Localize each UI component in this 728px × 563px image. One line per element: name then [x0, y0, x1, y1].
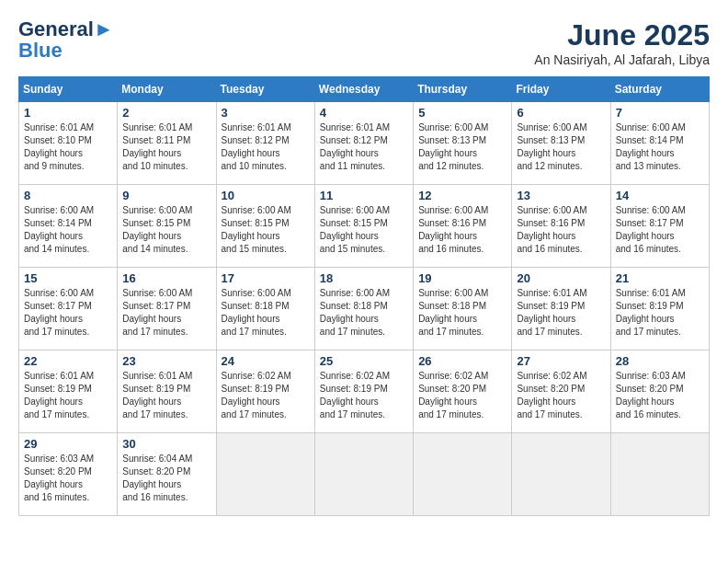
day-number: 5: [418, 106, 506, 120]
calendar-day-30: 30 Sunrise: 6:04 AM Sunset: 8:20 PM Dayl…: [118, 433, 216, 516]
day-info: Sunrise: 6:00 AM Sunset: 8:15 PM Dayligh…: [222, 204, 310, 256]
day-info: Sunrise: 6:00 AM Sunset: 8:17 PM Dayligh…: [24, 287, 112, 339]
calendar-week-row: 8 Sunrise: 6:00 AM Sunset: 8:14 PM Dayli…: [19, 185, 710, 268]
day-number: 8: [24, 189, 112, 202]
calendar-day-15: 15 Sunrise: 6:00 AM Sunset: 8:17 PM Dayl…: [19, 268, 118, 350]
day-info: Sunrise: 6:00 AM Sunset: 8:18 PM Dayligh…: [320, 287, 408, 339]
day-number: 28: [616, 354, 704, 368]
day-header-monday: Monday: [118, 77, 216, 102]
calendar-day-14: 14 Sunrise: 6:00 AM Sunset: 8:17 PM Dayl…: [610, 185, 709, 268]
day-info: Sunrise: 6:01 AM Sunset: 8:12 PM Dayligh…: [222, 121, 310, 173]
day-number: 10: [222, 189, 310, 202]
calendar-day-28: 28 Sunrise: 6:03 AM Sunset: 8:20 PM Dayl…: [610, 350, 709, 433]
day-header-thursday: Thursday: [414, 77, 512, 102]
calendar-empty: [512, 433, 610, 516]
calendar-day-23: 23 Sunrise: 6:01 AM Sunset: 8:19 PM Dayl…: [118, 350, 216, 433]
day-info: Sunrise: 6:00 AM Sunset: 8:16 PM Dayligh…: [418, 204, 506, 256]
day-number: 1: [24, 106, 112, 120]
day-number: 30: [122, 437, 210, 451]
day-number: 6: [517, 106, 605, 120]
calendar-day-19: 19 Sunrise: 6:00 AM Sunset: 8:18 PM Dayl…: [414, 268, 512, 350]
logo: General► Blue: [18, 18, 114, 63]
calendar-empty: [216, 433, 314, 516]
calendar-week-row: 15 Sunrise: 6:00 AM Sunset: 8:17 PM Dayl…: [19, 268, 710, 350]
day-number: 2: [122, 106, 210, 120]
day-number: 29: [24, 437, 112, 451]
calendar-day-21: 21 Sunrise: 6:01 AM Sunset: 8:19 PM Dayl…: [610, 268, 709, 350]
day-info: Sunrise: 6:00 AM Sunset: 8:17 PM Dayligh…: [616, 204, 704, 256]
logo-blue: Blue: [18, 39, 63, 63]
day-number: 17: [222, 271, 310, 285]
calendar-table: SundayMondayTuesdayWednesdayThursdayFrid…: [18, 76, 710, 516]
calendar-day-6: 6 Sunrise: 6:00 AM Sunset: 8:13 PM Dayli…: [512, 102, 610, 185]
day-number: 14: [616, 189, 704, 202]
day-number: 9: [122, 189, 210, 202]
day-info: Sunrise: 6:03 AM Sunset: 8:20 PM Dayligh…: [24, 453, 112, 504]
calendar-day-29: 29 Sunrise: 6:03 AM Sunset: 8:20 PM Dayl…: [19, 433, 118, 516]
day-info: Sunrise: 6:01 AM Sunset: 8:19 PM Dayligh…: [517, 287, 605, 339]
day-number: 12: [418, 189, 506, 202]
day-info: Sunrise: 6:00 AM Sunset: 8:18 PM Dayligh…: [222, 287, 310, 339]
day-info: Sunrise: 6:00 AM Sunset: 8:16 PM Dayligh…: [517, 204, 605, 256]
calendar-day-27: 27 Sunrise: 6:02 AM Sunset: 8:20 PM Dayl…: [512, 350, 610, 433]
day-info: Sunrise: 6:03 AM Sunset: 8:20 PM Dayligh…: [616, 370, 704, 421]
calendar-day-25: 25 Sunrise: 6:02 AM Sunset: 8:19 PM Dayl…: [314, 350, 413, 433]
calendar-day-9: 9 Sunrise: 6:00 AM Sunset: 8:15 PM Dayli…: [118, 185, 216, 268]
calendar-day-7: 7 Sunrise: 6:00 AM Sunset: 8:14 PM Dayli…: [610, 102, 709, 185]
day-info: Sunrise: 6:00 AM Sunset: 8:18 PM Dayligh…: [418, 287, 506, 339]
day-number: 20: [517, 271, 605, 285]
day-number: 4: [320, 106, 408, 120]
day-header-wednesday: Wednesday: [314, 77, 413, 102]
day-number: 25: [320, 354, 408, 368]
day-info: Sunrise: 6:02 AM Sunset: 8:19 PM Dayligh…: [320, 370, 408, 421]
calendar-day-24: 24 Sunrise: 6:02 AM Sunset: 8:19 PM Dayl…: [216, 350, 314, 433]
calendar-day-13: 13 Sunrise: 6:00 AM Sunset: 8:16 PM Dayl…: [512, 185, 610, 268]
calendar-day-10: 10 Sunrise: 6:00 AM Sunset: 8:15 PM Dayl…: [216, 185, 314, 268]
page-header: General► Blue June 2025 An Nasiriyah, Al…: [18, 18, 710, 67]
calendar-day-16: 16 Sunrise: 6:00 AM Sunset: 8:17 PM Dayl…: [118, 268, 216, 350]
day-info: Sunrise: 6:01 AM Sunset: 8:19 PM Dayligh…: [122, 370, 210, 421]
day-info: Sunrise: 6:00 AM Sunset: 8:14 PM Dayligh…: [24, 204, 112, 256]
day-info: Sunrise: 6:00 AM Sunset: 8:15 PM Dayligh…: [122, 204, 210, 256]
day-number: 18: [320, 271, 408, 285]
day-number: 22: [24, 354, 112, 368]
calendar-week-row: 22 Sunrise: 6:01 AM Sunset: 8:19 PM Dayl…: [19, 350, 710, 433]
calendar-day-2: 2 Sunrise: 6:01 AM Sunset: 8:11 PM Dayli…: [118, 102, 216, 185]
calendar-week-row: 29 Sunrise: 6:03 AM Sunset: 8:20 PM Dayl…: [19, 433, 710, 516]
day-number: 24: [222, 354, 310, 368]
day-info: Sunrise: 6:01 AM Sunset: 8:19 PM Dayligh…: [616, 287, 704, 339]
day-number: 21: [616, 271, 704, 285]
calendar-day-22: 22 Sunrise: 6:01 AM Sunset: 8:19 PM Dayl…: [19, 350, 118, 433]
day-info: Sunrise: 6:02 AM Sunset: 8:20 PM Dayligh…: [517, 370, 605, 421]
day-info: Sunrise: 6:01 AM Sunset: 8:12 PM Dayligh…: [320, 121, 408, 173]
calendar-day-26: 26 Sunrise: 6:02 AM Sunset: 8:20 PM Dayl…: [414, 350, 512, 433]
day-info: Sunrise: 6:00 AM Sunset: 8:13 PM Dayligh…: [517, 121, 605, 173]
calendar-empty: [610, 433, 709, 516]
calendar-day-4: 4 Sunrise: 6:01 AM Sunset: 8:12 PM Dayli…: [314, 102, 413, 185]
location: An Nasiriyah, Al Jafarah, Libya: [534, 52, 710, 67]
calendar-day-1: 1 Sunrise: 6:01 AM Sunset: 8:10 PM Dayli…: [19, 102, 118, 185]
day-header-friday: Friday: [512, 77, 610, 102]
calendar-empty: [314, 433, 413, 516]
calendar-day-17: 17 Sunrise: 6:00 AM Sunset: 8:18 PM Dayl…: [216, 268, 314, 350]
day-info: Sunrise: 6:00 AM Sunset: 8:15 PM Dayligh…: [320, 204, 408, 256]
day-info: Sunrise: 6:01 AM Sunset: 8:11 PM Dayligh…: [122, 121, 210, 173]
calendar-day-18: 18 Sunrise: 6:00 AM Sunset: 8:18 PM Dayl…: [314, 268, 413, 350]
day-number: 26: [418, 354, 506, 368]
day-info: Sunrise: 6:00 AM Sunset: 8:13 PM Dayligh…: [418, 121, 506, 173]
day-number: 13: [517, 189, 605, 202]
day-number: 23: [122, 354, 210, 368]
calendar-header-row: SundayMondayTuesdayWednesdayThursdayFrid…: [19, 77, 710, 102]
month-title: June 2025: [534, 18, 710, 52]
day-info: Sunrise: 6:01 AM Sunset: 8:19 PM Dayligh…: [24, 370, 112, 421]
day-info: Sunrise: 6:00 AM Sunset: 8:17 PM Dayligh…: [122, 287, 210, 339]
day-number: 15: [24, 271, 112, 285]
logo-text: General►: [18, 18, 114, 40]
calendar-day-5: 5 Sunrise: 6:00 AM Sunset: 8:13 PM Dayli…: [414, 102, 512, 185]
day-info: Sunrise: 6:01 AM Sunset: 8:10 PM Dayligh…: [24, 121, 112, 173]
calendar-day-12: 12 Sunrise: 6:00 AM Sunset: 8:16 PM Dayl…: [414, 185, 512, 268]
calendar-week-row: 1 Sunrise: 6:01 AM Sunset: 8:10 PM Dayli…: [19, 102, 710, 185]
day-number: 7: [616, 106, 704, 120]
day-header-saturday: Saturday: [610, 77, 709, 102]
day-number: 19: [418, 271, 506, 285]
